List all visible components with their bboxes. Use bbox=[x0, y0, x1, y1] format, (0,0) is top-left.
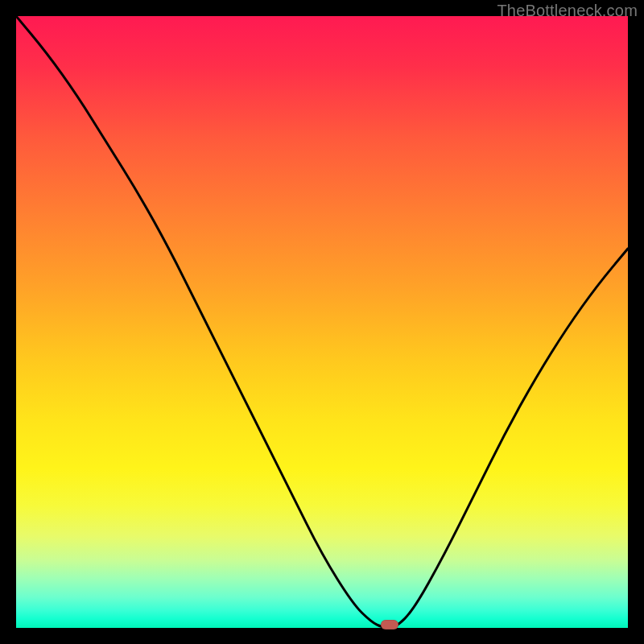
min-marker bbox=[381, 620, 398, 630]
watermark-text: TheBottleneck.com bbox=[497, 2, 638, 20]
chart-frame: TheBottleneck.com bbox=[0, 0, 644, 644]
plot-area bbox=[16, 16, 628, 628]
bottleneck-curve bbox=[16, 16, 628, 628]
curve-svg bbox=[16, 16, 628, 628]
